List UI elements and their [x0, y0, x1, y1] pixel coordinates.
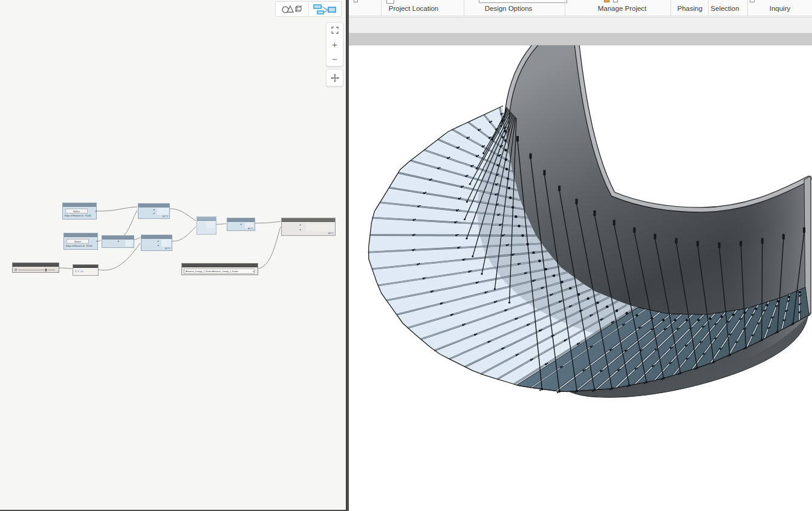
- node-header: [138, 204, 169, 207]
- number-slider-node[interactable]: [12, 262, 59, 273]
- graph-node[interactable]: ▸ ▸ AUTO: [141, 235, 172, 251]
- select-edge-node-2[interactable]: Select Edge of Element Id : 95246 ▸: [63, 233, 98, 250]
- application-window: Select Edge of Element Id : 95244 ▸ Sele…: [0, 0, 812, 511]
- chevron-down-icon: ▾: [253, 270, 254, 273]
- node-header: [73, 265, 98, 268]
- lacing-label: AUTO: [328, 232, 334, 235]
- input-port[interactable]: ▸: [300, 224, 301, 226]
- node-wires: [0, 0, 346, 511]
- graph-node[interactable]: ▸ ▸ AUTO: [281, 218, 336, 236]
- code-block-text[interactable]: 0..1..#n;: [75, 270, 83, 273]
- node-header: [13, 263, 59, 267]
- view-header-bar: [349, 33, 812, 45]
- node-preview-area: [125, 240, 133, 246]
- graph-view-button[interactable]: [308, 2, 342, 16]
- output-port[interactable]: ▸: [241, 223, 242, 226]
- revit-window: Project Location Design Options Manage P…: [349, 0, 812, 511]
- node-header: [141, 235, 172, 239]
- graph-node[interactable]: [197, 216, 216, 235]
- lacing-label: AUTO: [248, 227, 253, 230]
- node-preview-area: [207, 222, 215, 228]
- slider-thumb[interactable]: [45, 269, 47, 272]
- node-header: [63, 203, 96, 207]
- ribbon-panel-phasing[interactable]: Phasing: [677, 5, 703, 12]
- graph-node[interactable]: ▸: [102, 235, 134, 248]
- output-port[interactable]: ▸: [96, 210, 97, 212]
- output-port[interactable]: ▸: [154, 212, 155, 215]
- dynamo-graph-panel[interactable]: Select Edge of Element Id : 95244 ▸ Sele…: [0, 0, 346, 511]
- select-button[interactable]: Select: [67, 239, 89, 244]
- code-block-node[interactable]: 0..1..#n;: [73, 264, 99, 276]
- ribbon-dropdown-fragment[interactable]: [479, 0, 567, 3]
- node-header: [282, 218, 335, 222]
- ribbon-icon-fragment: [750, 0, 755, 2]
- family-type-dropdown[interactable]: Armature_Canopy_1_Frame:Armature_Canopy_…: [184, 269, 255, 274]
- panel-separator: [671, 0, 671, 16]
- pan-move-icon: [331, 74, 339, 82]
- panel-separator: [565, 0, 565, 16]
- selected-element-caption: Edge of Element Id : 95244: [65, 215, 95, 217]
- output-port[interactable]: ▸: [154, 209, 155, 211]
- zoom-out-button[interactable]: −: [326, 51, 343, 66]
- node-header: [197, 217, 216, 221]
- output-port[interactable]: ▸: [97, 240, 98, 242]
- ribbon-button-fragment: [354, 0, 358, 2]
- panel-separator: [464, 0, 464, 16]
- panel-separator: [747, 0, 748, 16]
- ribbon-icon-fragment: [613, 0, 618, 2]
- output-port[interactable]: ▸: [158, 244, 159, 247]
- canvas-zoom-controls: + −: [326, 22, 343, 67]
- ribbon-icon-fragment: [604, 0, 609, 2]
- node-preview-area: [161, 239, 171, 247]
- ribbon-button-fragment: [386, 0, 394, 4]
- input-port[interactable]: ▸: [300, 229, 301, 231]
- node-header: [64, 233, 97, 237]
- select-button[interactable]: Select: [65, 209, 88, 213]
- slider-collapse-icon[interactable]: [15, 269, 17, 271]
- zoom-in-button[interactable]: +: [326, 37, 343, 52]
- ribbon-panel-inquiry[interactable]: Inquiry: [770, 5, 791, 12]
- select-edge-node-1[interactable]: Select Edge of Element Id : 95244 ▸: [62, 203, 97, 220]
- graph-node[interactable]: ▸ AUTO: [227, 218, 255, 231]
- node-preview-area: [157, 208, 169, 215]
- slider-track[interactable]: [18, 270, 55, 270]
- geometry-preview-icon: [281, 4, 303, 15]
- options-bar: [349, 17, 812, 33]
- selected-element-caption: Edge of Element Id : 95246: [66, 245, 96, 247]
- node-header: [182, 264, 258, 267]
- output-port[interactable]: ▸: [118, 240, 119, 242]
- ribbon-panel-selection[interactable]: Selection: [710, 5, 739, 12]
- geometry-view-button[interactable]: [276, 2, 308, 16]
- ribbon-panel-design-options[interactable]: Design Options: [485, 5, 533, 12]
- graph-node[interactable]: ▸ ▸ AUTO: [138, 203, 170, 219]
- graph-view-icon: [313, 3, 337, 15]
- pan-button[interactable]: [326, 69, 343, 86]
- lacing-label: AUTO: [165, 247, 171, 250]
- dynamo-view-toggle: [275, 1, 342, 17]
- panel-separator: [381, 0, 382, 16]
- fit-screen-icon: [331, 27, 339, 34]
- output-port[interactable]: ▸: [158, 240, 159, 242]
- revit-3d-view[interactable]: [349, 45, 812, 511]
- panel-separator: [708, 0, 709, 16]
- lacing-label: AUTO: [163, 215, 168, 218]
- node-header: [227, 218, 255, 222]
- fit-to-screen-button[interactable]: [326, 23, 343, 37]
- family-types-node[interactable]: Armature_Canopy_1_Frame:Armature_Canopy_…: [181, 263, 258, 275]
- ribbon-panel-manage-project[interactable]: Manage Project: [598, 5, 647, 12]
- ribbon-panel-project-location[interactable]: Project Location: [389, 5, 438, 12]
- node-preview-area: [306, 223, 334, 232]
- ribbon-panel-labels: Project Location Design Options Manage P…: [349, 0, 812, 16]
